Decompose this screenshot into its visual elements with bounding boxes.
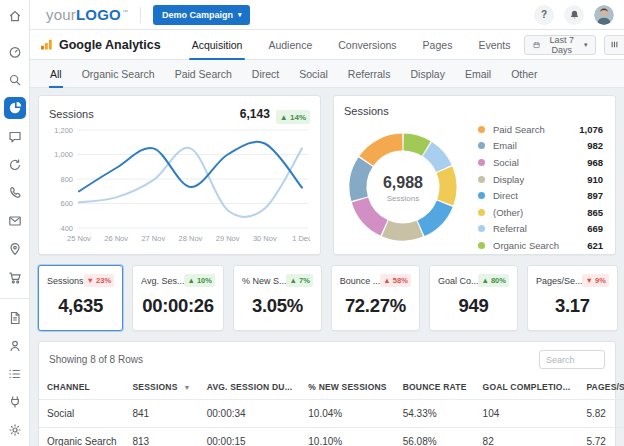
metric-card-pages-se[interactable]: Pages/Se...▼ 9%3.17	[527, 265, 618, 331]
top-bar: yourLOGO™ Demo Campaign ▾ ?	[30, 0, 624, 30]
campaign-selector-button[interactable]: Demo Campaign ▾	[153, 5, 251, 25]
column-header-bounce-rate[interactable]: BOUNCE RATE	[395, 377, 475, 400]
svg-text:1,000: 1,000	[54, 150, 73, 159]
sync-icon[interactable]	[2, 152, 28, 178]
help-button[interactable]: ?	[534, 5, 554, 25]
legend-dot	[478, 159, 485, 166]
svg-text:800: 800	[60, 175, 73, 184]
donut-center-label: Sessions	[387, 194, 419, 203]
metric-value: 3.17	[536, 295, 609, 317]
line-chart-total: 6,143	[240, 107, 270, 121]
gear-icon[interactable]	[2, 417, 28, 443]
home-icon[interactable]	[2, 3, 28, 29]
notifications-button[interactable]	[564, 5, 584, 25]
metric-card-goal-co[interactable]: Goal Co...▲ 80%949	[429, 265, 518, 331]
donut-segment-email[interactable]	[358, 162, 366, 199]
metric-card-sessions[interactable]: Sessions▼ 23%4,635	[38, 265, 123, 331]
donut-segment-display[interactable]	[385, 229, 420, 233]
columns-view-button[interactable]	[605, 36, 623, 54]
campaign-label: Demo Campaign	[162, 10, 233, 20]
mail-icon[interactable]	[2, 208, 28, 234]
column-header-avg-session-du[interactable]: AVG. SESSION DU...	[199, 377, 301, 400]
legend-dot	[478, 242, 485, 249]
metric-card-avg-ses[interactable]: Avg. Ses...▲ 10%00:00:26	[132, 265, 224, 331]
report-icon[interactable]	[2, 305, 28, 331]
chat-icon[interactable]	[2, 124, 28, 150]
legend-item-referral[interactable]: Referral669	[478, 221, 603, 238]
calendar-icon	[533, 40, 540, 50]
donut-segment-referral[interactable]	[427, 150, 444, 169]
gauge-icon[interactable]	[2, 39, 28, 65]
filter-tab-display[interactable]: Display	[400, 60, 454, 88]
tab-events[interactable]: Events	[465, 30, 523, 60]
phone-icon[interactable]	[2, 180, 28, 206]
filter-tab-paid-search[interactable]: Paid Search	[165, 60, 242, 88]
tab-audience[interactable]: Audience	[255, 30, 325, 60]
legend-item-other[interactable]: (Other)865	[478, 204, 603, 221]
metric-card-bounce[interactable]: Bounce ...▲ 58%72.27%	[331, 265, 420, 331]
tab-conversions[interactable]: Conversions	[325, 30, 409, 60]
legend-label: Display	[493, 174, 587, 185]
column-header-goal-completio[interactable]: GOAL COMPLETIO...	[475, 377, 579, 400]
sort-icon: ▼	[184, 384, 191, 391]
brand-logo[interactable]: yourLOGO™	[46, 6, 128, 23]
filter-tab-social[interactable]: Social	[289, 60, 338, 88]
filter-tab-organic-search[interactable]: Organic Search	[72, 60, 165, 88]
filter-tab-referrals[interactable]: Referrals	[338, 60, 401, 88]
legend-item-display[interactable]: Display910	[478, 171, 603, 188]
legend-item-email[interactable]: Email982	[478, 138, 603, 155]
table-row-count: Showing 8 of 8 Rows	[49, 354, 143, 365]
donut-segment-other[interactable]	[445, 170, 449, 203]
location-icon[interactable]	[2, 236, 28, 262]
legend-label: (Other)	[493, 207, 587, 218]
donut-segment-social[interactable]	[360, 200, 384, 228]
search-icon[interactable]	[2, 67, 28, 93]
list-icon[interactable]	[2, 361, 28, 387]
svg-text:27 Nov: 27 Nov	[141, 234, 165, 243]
column-header-new-sessions[interactable]: % NEW SESSIONS	[300, 377, 394, 400]
legend-item-direct[interactable]: Direct897	[478, 187, 603, 204]
column-header-channel[interactable]: CHANNEL	[39, 377, 124, 400]
chevron-down-icon: ▾	[238, 11, 242, 19]
table-search-input[interactable]	[539, 350, 605, 369]
main-area: Google Analytics AcquisitionAudienceConv…	[30, 30, 624, 446]
filter-tab-email[interactable]: Email	[455, 60, 501, 88]
legend-value: 1,076	[579, 124, 603, 135]
filter-tab-all[interactable]: All	[40, 60, 72, 88]
metric-card-new-s[interactable]: % New S...▲ 7%3.05%	[233, 265, 322, 331]
donut-segment-paid-search[interactable]	[366, 142, 402, 161]
legend-label: Direct	[493, 190, 587, 201]
donut-segment-organic-search[interactable]	[404, 142, 427, 149]
channels-table-card: Showing 8 of 8 Rows CHANNELSESSIONS▼AVG.…	[38, 341, 616, 446]
widget-title-group: Google Analytics	[40, 38, 161, 52]
svg-text:26 Nov: 26 Nov	[104, 234, 128, 243]
tab-pages[interactable]: Pages	[410, 30, 466, 60]
widget-header: Google Analytics AcquisitionAudienceConv…	[30, 30, 624, 60]
filter-tab-direct[interactable]: Direct	[242, 60, 289, 88]
donut-segment-direct[interactable]	[421, 204, 445, 229]
legend-label: Social	[493, 157, 587, 168]
user-icon[interactable]	[2, 333, 28, 359]
metric-label: Sessions	[47, 276, 84, 286]
table-header-row: CHANNELSESSIONS▼AVG. SESSION DU...% NEW …	[39, 377, 624, 400]
channel-filter-tabs: AllOrganic SearchPaid SearchDirectSocial…	[30, 60, 624, 88]
user-avatar[interactable]	[594, 5, 614, 25]
pie-chart-icon[interactable]	[4, 97, 26, 119]
legend-value: 669	[587, 223, 603, 234]
legend-item-paid-search[interactable]: Paid Search1,076	[478, 121, 603, 138]
legend-item-organic-search[interactable]: Organic Search621	[478, 237, 603, 254]
svg-text:600: 600	[60, 199, 73, 208]
plug-icon[interactable]	[2, 389, 28, 415]
tab-acquisition[interactable]: Acquisition	[179, 30, 256, 60]
filter-tab-other[interactable]: Other	[501, 60, 547, 88]
column-header-pages-session[interactable]: PAGES/SESSION	[578, 377, 624, 400]
table-cell: 104	[475, 400, 579, 428]
legend-value: 968	[587, 157, 603, 168]
cart-icon[interactable]	[2, 265, 28, 291]
table-cell: 56.08%	[395, 428, 475, 446]
change-badge: ▲ 10%	[184, 274, 215, 287]
legend-item-social[interactable]: Social968	[478, 154, 603, 171]
legend-dot	[478, 192, 485, 199]
date-range-button[interactable]: Last 7 Days ▾	[524, 35, 597, 55]
column-header-sessions[interactable]: SESSIONS▼	[124, 377, 198, 400]
